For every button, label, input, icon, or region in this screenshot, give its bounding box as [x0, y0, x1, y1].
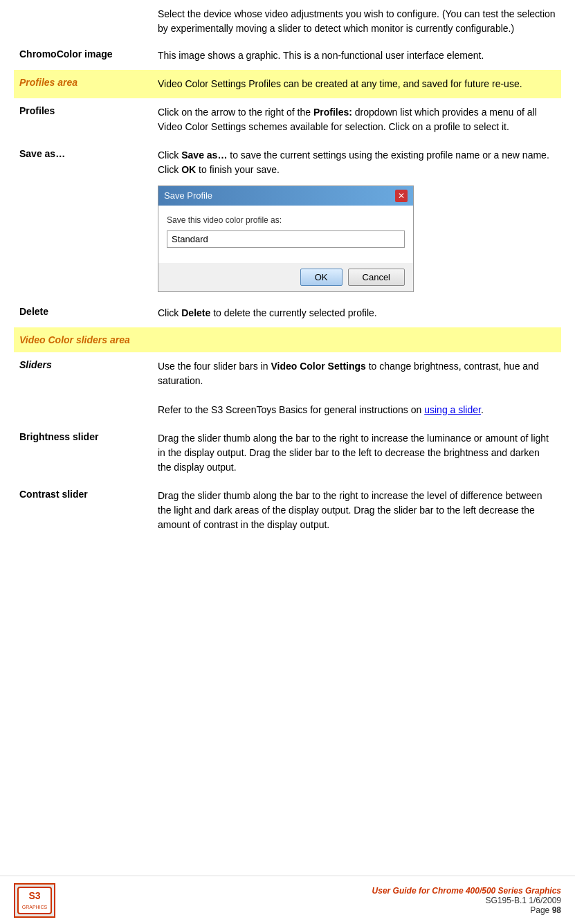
page-content: Select the device whose video adjustment…: [0, 0, 575, 595]
dialog-field-label: Save this video color profile as:: [167, 214, 405, 226]
svg-text:GRAPHICS: GRAPHICS: [22, 905, 48, 909]
dialog-cancel-button[interactable]: Cancel: [348, 269, 405, 286]
brightness-slider-desc: Drag the slider thumb along the bar to t…: [152, 424, 561, 482]
brightness-slider-row: Brightness slider Drag the slider thumb …: [14, 424, 561, 482]
video-color-sliders-desc: [152, 327, 561, 352]
profiles-area-desc: Video Color Settings Profiles can be cre…: [152, 70, 561, 98]
contrast-slider-label: Contrast slider: [14, 482, 152, 539]
delete-desc: Click Delete to delete the currently sel…: [152, 299, 561, 327]
sliders-text2: Refer to the S3 ScreenToys Basics for ge…: [158, 403, 556, 417]
contrast-slider-row: Contrast slider Drag the slider thumb al…: [14, 482, 561, 539]
footer-text-block: User Guide for Chrome 400/500 Series Gra…: [372, 886, 561, 915]
save-as-row: Save as… Click Save as… to save the curr…: [14, 141, 561, 299]
chromo-color-row: ChromoColor image This image shows a gra…: [14, 42, 561, 70]
delete-label: Delete: [14, 299, 152, 327]
dialog-close-button[interactable]: ✕: [395, 190, 408, 202]
dialog-body: Save this video color profile as:: [158, 206, 413, 263]
sliders-desc: Use the four slider bars in Video Color …: [152, 352, 561, 424]
top-desc-row: Select the device whose video adjustment…: [14, 7, 561, 42]
save-profile-dialog: Save Profile ✕ Save this video color pro…: [158, 185, 414, 292]
dialog-title: Save Profile: [164, 189, 212, 203]
contrast-slider-desc: Drag the slider thumb along the bar to t…: [152, 482, 561, 539]
save-as-text: Click Save as… to save the current setti…: [158, 148, 556, 177]
profiles-bold: Profiles:: [313, 107, 352, 118]
sliders-label: Sliders: [14, 352, 152, 424]
profiles-area-label: Profiles area: [14, 70, 152, 98]
footer-page-number: 98: [552, 905, 561, 915]
video-color-sliders-row: Video Color sliders area: [14, 327, 561, 352]
video-color-sliders-label: Video Color sliders area: [14, 327, 152, 352]
save-as-label: Save as…: [14, 141, 152, 299]
content-table: Select the device whose video adjustment…: [14, 7, 561, 539]
ok-bold: OK: [181, 164, 196, 175]
top-desc-text: Select the device whose video adjustment…: [152, 7, 561, 42]
chromo-color-desc: This image shows a graphic. This is a no…: [152, 42, 561, 70]
profiles-desc: Click on the arrow to the right of the P…: [152, 98, 561, 141]
brightness-slider-label: Brightness slider: [14, 424, 152, 482]
save-as-desc: Click Save as… to save the current setti…: [152, 141, 561, 299]
top-desc-label: [14, 7, 152, 42]
save-as-bold: Save as…: [181, 150, 227, 161]
footer-subtitle: SG195-B.1 1/6/2009: [372, 896, 561, 905]
dialog-titlebar: Save Profile ✕: [158, 186, 413, 206]
vcs-bold: Video Color Settings: [271, 361, 365, 372]
profiles-row: Profiles Click on the arrow to the right…: [14, 98, 561, 141]
chromo-color-label: ChromoColor image: [14, 42, 152, 70]
footer-title: User Guide for Chrome 400/500 Series Gra…: [372, 886, 561, 896]
dialog-ok-button[interactable]: OK: [300, 269, 343, 286]
dialog-buttons: OK Cancel: [158, 263, 413, 291]
svg-text:S3: S3: [28, 890, 40, 901]
using-a-slider-link[interactable]: using a slider: [424, 404, 481, 415]
delete-row: Delete Click Delete to delete the curren…: [14, 299, 561, 327]
s3-logo: S3 GRAPHICS: [14, 883, 55, 918]
delete-bold: Delete: [181, 307, 210, 318]
profiles-label: Profiles: [14, 98, 152, 141]
profiles-area-row: Profiles area Video Color Settings Profi…: [14, 70, 561, 98]
page-footer: S3 GRAPHICS User Guide for Chrome 400/50…: [0, 876, 575, 924]
dialog-profile-input[interactable]: [167, 230, 405, 248]
footer-page: Page 98: [372, 905, 561, 915]
sliders-row: Sliders Use the four slider bars in Vide…: [14, 352, 561, 424]
s3-logo-svg: S3 GRAPHICS: [17, 887, 52, 914]
sliders-text1: Use the four slider bars in Video Color …: [158, 359, 556, 388]
